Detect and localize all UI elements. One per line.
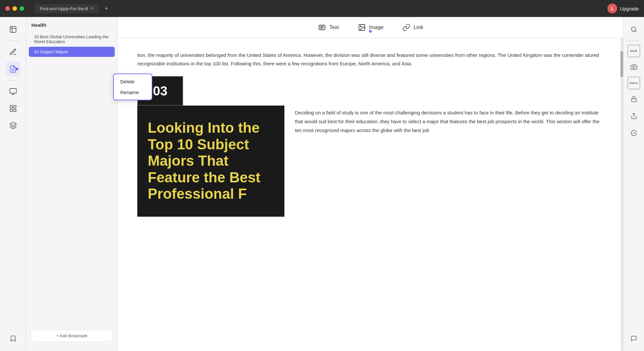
bookmarks-sidebar-icon[interactable] — [6, 22, 20, 37]
svg-rect-5 — [10, 89, 16, 93]
secure-icon[interactable] — [627, 92, 641, 106]
section-number: 03 — [153, 80, 168, 102]
document-content[interactable]: tion, the majority of universities belon… — [118, 38, 623, 351]
avatar: L — [607, 4, 617, 13]
section-image-text: Looking Into the Top 10 Subject Majors T… — [137, 109, 284, 213]
maximize-button[interactable] — [20, 6, 24, 11]
link-icon — [402, 23, 411, 32]
svg-rect-22 — [631, 99, 636, 102]
titlebar: Find-and-Apply-For-the-B ✎ + L Upgrade — [0, 0, 644, 17]
scrollbar-track[interactable] — [620, 38, 623, 351]
panel-section-title: Health — [26, 22, 117, 32]
tab-edit-icon[interactable]: ✎ — [91, 6, 94, 11]
panel-sidebar: Health 10 Best Global Universities Leadi… — [26, 17, 118, 351]
toolbar-text-label: Text — [329, 25, 339, 30]
sidebar-divider-1 — [7, 41, 20, 41]
svg-rect-8 — [10, 106, 12, 108]
collections-sidebar-icon[interactable] — [6, 101, 20, 116]
share-icon[interactable] — [627, 109, 641, 123]
toolbar-link-label: Link — [414, 25, 423, 30]
text-icon — [317, 23, 327, 32]
svg-rect-11 — [10, 109, 12, 111]
svg-point-19 — [631, 27, 636, 31]
section-body-text: Deciding on a field of study is one of t… — [295, 106, 603, 217]
panel-item-subject-majors[interactable]: 10 Subject Majors — [29, 47, 115, 57]
ocr-icon[interactable]: OCR — [628, 45, 640, 57]
document-paragraph-1: tion, the majority of universities belon… — [137, 51, 603, 68]
svg-point-18 — [360, 26, 361, 27]
add-bookmark-button[interactable]: + Add Bookmark — [30, 330, 113, 342]
tab-title: Find-and-Apply-For-the-B — [40, 6, 88, 11]
svg-line-20 — [635, 31, 636, 32]
pages-sidebar-icon[interactable] — [6, 84, 20, 99]
context-menu-rename[interactable]: Rename — [114, 87, 152, 98]
image-icon — [357, 23, 366, 32]
active-indicator-dot — [16, 68, 18, 70]
panel-item-universities[interactable]: 10 Best Global Universities Leading the … — [29, 32, 115, 47]
svg-marker-12 — [10, 122, 16, 125]
snapshot-icon[interactable] — [627, 60, 641, 74]
right-sidebar: OCR PDF/A — [623, 17, 644, 351]
svg-point-21 — [633, 66, 635, 69]
upgrade-label: Upgrade — [620, 6, 639, 11]
pdfa-icon[interactable]: PDF/A — [628, 77, 640, 89]
new-tab-button[interactable]: + — [104, 5, 108, 12]
svg-rect-0 — [10, 26, 16, 32]
toolbar-image-label: Image — [369, 25, 383, 30]
section-row: Looking Into the Top 10 Subject Majors T… — [137, 106, 603, 217]
toolbar-text-item[interactable]: Text — [314, 20, 343, 35]
svg-rect-9 — [14, 106, 16, 108]
scrollbar-thumb[interactable] — [620, 51, 623, 77]
context-menu: Delete Rename — [113, 74, 152, 100]
traffic-lights — [5, 6, 24, 11]
main-content: Text Image — [118, 17, 623, 351]
context-menu-delete[interactable]: Delete — [114, 76, 152, 87]
notes-sidebar-icon[interactable] — [6, 62, 20, 76]
main-container: Health 10 Best Global Universities Leadi… — [0, 17, 644, 351]
search-icon[interactable] — [627, 22, 641, 37]
bookmark-sidebar-icon[interactable] — [6, 331, 20, 346]
annotation-sidebar-icon[interactable] — [6, 45, 20, 59]
pdfa-label: PDF/A — [630, 82, 638, 85]
close-button[interactable] — [5, 6, 10, 11]
toolbar-link-item[interactable]: Link — [398, 20, 427, 35]
toolbar: Text Image — [118, 17, 623, 38]
upgrade-button[interactable]: L Upgrade — [607, 4, 639, 13]
section-image: Looking Into the Top 10 Subject Majors T… — [137, 106, 284, 217]
minimize-button[interactable] — [12, 6, 17, 11]
chat-icon[interactable] — [627, 331, 641, 346]
svg-rect-10 — [14, 109, 16, 111]
active-tab[interactable]: Find-and-Apply-For-the-B ✎ — [35, 4, 99, 13]
sidebar-divider-2 — [7, 80, 20, 80]
ocr-label: OCR — [630, 49, 637, 53]
right-sidebar-divider-1 — [629, 41, 639, 41]
left-sidebar — [0, 17, 26, 351]
toolbar-active-indicator — [369, 30, 372, 33]
layers-sidebar-icon[interactable] — [6, 118, 20, 133]
check-icon[interactable] — [627, 126, 641, 140]
